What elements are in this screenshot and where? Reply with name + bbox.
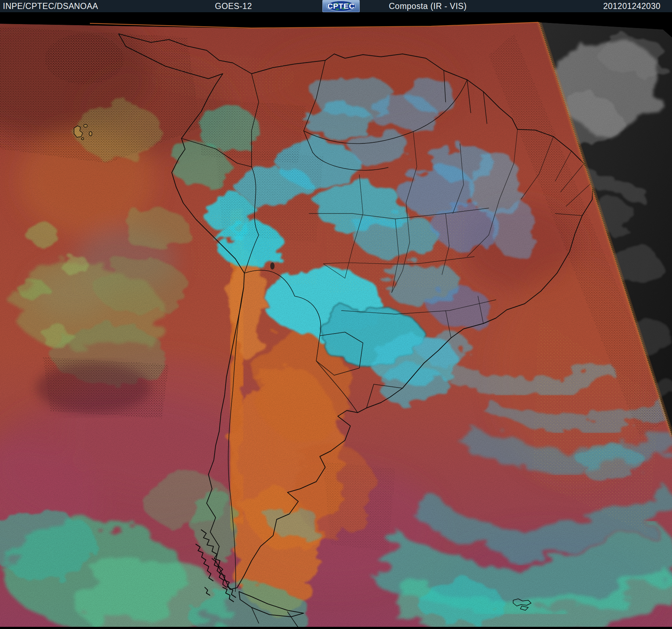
noaa-label: NOAA xyxy=(74,0,98,12)
cptec-logo-text: CPTEC xyxy=(322,0,360,12)
satellite-product-screen: INPE/CPTEC/DSA NOAA GOES-12 CPTEC Compos… xyxy=(0,0,672,629)
agency-label: INPE/CPTEC/DSA xyxy=(3,0,74,12)
composite-scene xyxy=(0,12,672,629)
satellite-label: GOES-12 xyxy=(215,0,252,12)
timestamp-label: 201201242030 xyxy=(603,0,661,12)
product-label: Composta (IR - VIS) xyxy=(389,0,467,12)
satellite-composite-image xyxy=(0,12,672,629)
cptec-logo: CPTEC xyxy=(322,0,360,12)
header-bar: INPE/CPTEC/DSA NOAA GOES-12 CPTEC Compos… xyxy=(0,0,672,12)
